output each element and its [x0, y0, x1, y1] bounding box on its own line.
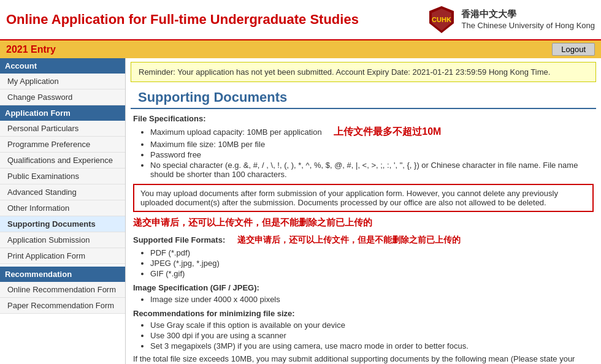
file-spec-title: File Specifications:: [133, 114, 594, 123]
recommendation-section-header: Recommendation: [0, 267, 125, 282]
sidebar-item-supporting-documents[interactable]: Supporting Documents: [0, 216, 125, 232]
cn-note-warning: 递交申请后，还可以上传文件，但是不能删除之前已上传的: [133, 217, 372, 227]
minimize-list: Use Gray scale if this option is availab…: [150, 320, 594, 351]
logout-button[interactable]: Logout: [552, 43, 595, 56]
overflow-intro: If the total file size exceeds 10MB, you…: [133, 354, 594, 364]
warning-box: You may upload documents after form subm…: [133, 184, 594, 212]
supported-formats-list: PDF (*.pdf) JPEG (*.jpg, *.jpeg) GIF (*.…: [150, 248, 594, 278]
appform-section-header: Application Form: [0, 105, 125, 121]
format-item-0: PDF (*.pdf): [150, 248, 594, 257]
sidebar-item-public-examinations[interactable]: Public Examinations: [0, 169, 125, 184]
minimize-item-1: Use 300 dpi if you are using a scanner: [150, 331, 594, 340]
account-section-header: Account: [0, 58, 125, 74]
sidebar: Account My Application Change Password A…: [0, 58, 126, 364]
sidebar-item-programme-preference[interactable]: Programme Preference: [0, 137, 125, 153]
logo-area: CUHK 香港中文大學 The Chinese University of Ho…: [427, 5, 595, 34]
main-layout: Account My Application Change Password A…: [0, 58, 601, 364]
page-header-title: Online Application for Full-time Undergr…: [6, 12, 359, 28]
image-spec-list: Image size under 4000 x 4000 pixels: [150, 295, 594, 304]
spec-item-3: No special character (e.g. &, #, / , \, …: [150, 161, 594, 179]
warning-text: You may upload documents after form subm…: [140, 189, 558, 207]
sidebar-item-other-information[interactable]: Other Information: [0, 200, 125, 216]
image-spec-item-0: Image size under 4000 x 4000 pixels: [150, 295, 594, 304]
spec-item-1: Maximum file size: 10MB per file: [150, 140, 594, 149]
supported-formats-title: Supported File Formats: 递交申请后，还可以上传文件，但是…: [133, 235, 594, 246]
svg-text:CUHK: CUHK: [432, 16, 452, 23]
sidebar-item-advanced-standing[interactable]: Advanced Standing: [0, 184, 125, 200]
image-spec-title: Image Specification (GIF / JPEG):: [133, 283, 594, 292]
sidebar-item-paper-recommendation-form[interactable]: Paper Recommendation Form: [0, 298, 125, 314]
sidebar-item-online-recommendation-form[interactable]: Online Recommendation Form: [0, 282, 125, 298]
logo-text: 香港中文大學 The Chinese University of Hong Ko…: [461, 7, 595, 31]
year-label: 2021 Entry: [6, 44, 56, 55]
year-bar: 2021 Entry Logout: [0, 40, 601, 58]
reminder-banner: Reminder: Your application has not yet b…: [131, 62, 596, 82]
sidebar-item-my-application[interactable]: My Application: [0, 74, 125, 89]
header: Online Application for Full-time Undergr…: [0, 0, 601, 40]
sidebar-item-qualifications-experience[interactable]: Qualifications and Experience: [0, 153, 125, 169]
cuhk-shield-icon: CUHK: [427, 5, 456, 34]
cn-note-upload: 上传文件最多不超过10M: [334, 126, 441, 137]
cn-note-formats: 递交申请后，还可以上传文件，但是不能删除之前已上传的: [237, 235, 461, 245]
sidebar-item-application-submission[interactable]: Application Submission: [0, 232, 125, 248]
minimize-item-0: Use Gray scale if this option is availab…: [150, 320, 594, 330]
content-body: File Specifications: Maximum upload capa…: [126, 114, 601, 364]
logo-chinese: 香港中文大學: [461, 7, 595, 20]
minimize-item-2: Set 3 megapixels (3MP) if you are using …: [150, 341, 594, 351]
format-item-2: GIF (*.gif): [150, 269, 594, 278]
format-item-1: JPEG (*.jpg, *.jpeg): [150, 259, 594, 268]
sidebar-item-personal-particulars[interactable]: Personal Particulars: [0, 121, 125, 137]
content-area: Reminder: Your application has not yet b…: [126, 58, 601, 364]
minimize-title: Recommendations for minimizing file size…: [133, 309, 594, 318]
reminder-text: Reminder: Your application has not yet b…: [139, 67, 550, 77]
logo-english: The Chinese University of Hong Kong: [461, 20, 595, 31]
page-title: Supporting Documents: [131, 86, 596, 109]
spec-item-0: Maximum upload capacity: 10MB per applic…: [150, 126, 594, 138]
sidebar-item-change-password[interactable]: Change Password: [0, 89, 125, 105]
sidebar-item-print-application-form[interactable]: Print Application Form: [0, 248, 125, 264]
file-spec-list: Maximum upload capacity: 10MB per applic…: [150, 126, 594, 179]
spec-item-2: Password free: [150, 150, 594, 159]
